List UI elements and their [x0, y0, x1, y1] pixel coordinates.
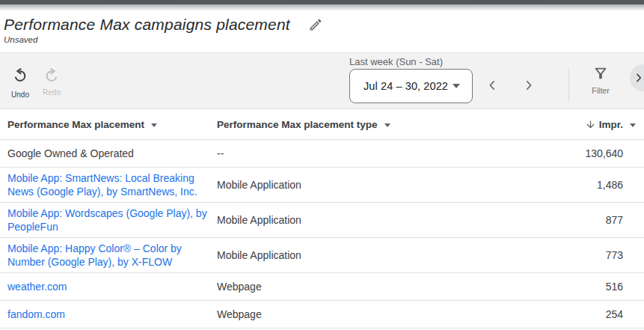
impressions-cell: 130,640: [464, 140, 644, 167]
date-range-selector[interactable]: Jul 24 – 30, 2022: [349, 69, 473, 103]
collapse-panel-button[interactable]: [630, 64, 644, 91]
table-row: Mobile App: Happy Color® – Color by Numb…: [0, 238, 644, 273]
collapse-panel-chevron-icon: [633, 72, 644, 84]
placement-cell: Google Owned & Operated: [0, 140, 217, 167]
table-row: Google Owned & Operated -- 130,640: [0, 140, 644, 168]
placement-type-cell: Webpage: [217, 301, 464, 328]
table-row: Mobile App: Wordscapes (Google Play), by…: [0, 203, 644, 238]
column-menu-caret-icon: [151, 123, 157, 127]
toolbar-divider: [568, 68, 569, 102]
redo-button: Redo: [37, 67, 66, 97]
chevron-left-icon: [485, 79, 499, 94]
previous-date-range-button[interactable]: [477, 71, 507, 101]
placement-cell[interactable]: Mobile App: SmartNews: Local Breaking Ne…: [0, 168, 217, 202]
date-range-value: Jul 24 – 30, 2022: [364, 80, 448, 92]
undo-label: Undo: [11, 91, 29, 99]
page-title: Performance Max campaigns placement: [4, 16, 290, 34]
placement-cell[interactable]: Mobile App: Wordscapes (Google Play), by…: [0, 203, 217, 237]
edit-pencil-icon[interactable]: [308, 17, 323, 32]
placement-type-cell: --: [217, 140, 464, 167]
placement-cell[interactable]: weather.com: [0, 273, 217, 300]
column-header-impressions[interactable]: Impr.: [464, 109, 644, 139]
placement-cell[interactable]: fandom.com: [0, 301, 217, 328]
table-body: Google Owned & Operated -- 130,640 Mobil…: [0, 140, 644, 329]
table-row: weather.com Webpage 516: [0, 273, 644, 301]
column-header-placement-type[interactable]: Performance Max placement type: [217, 109, 464, 139]
placement-type-cell: Mobile Application: [217, 203, 464, 237]
impressions-cell: 1,486: [464, 168, 644, 202]
next-date-range-button[interactable]: [514, 71, 544, 101]
dropdown-caret-icon: [453, 84, 460, 88]
redo-label: Redo: [43, 88, 61, 97]
column-header-placement[interactable]: Performance Max placement: [0, 109, 217, 139]
table-header-row: Performance Max placement Performance Ma…: [0, 109, 644, 140]
sort-descending-arrow-icon: [585, 119, 596, 130]
placement-cell[interactable]: Mobile App: Happy Color® – Color by Numb…: [0, 238, 217, 272]
column-menu-caret-icon: [384, 123, 390, 127]
report-editor-screen: Performance Max campaigns placement Unsa…: [0, 0, 644, 330]
table-row: Mobile App: SmartNews: Local Breaking Ne…: [0, 168, 644, 203]
placement-type-cell: Mobile Application: [217, 238, 464, 272]
redo-icon: [43, 67, 61, 85]
placement-type-cell: Mobile Application: [217, 168, 464, 202]
impressions-cell: 877: [464, 203, 644, 237]
undo-button[interactable]: Undo: [6, 67, 34, 99]
placements-table: Performance Max placement Performance Ma…: [0, 109, 644, 329]
save-status-label: Unsaved: [4, 35, 644, 44]
chevron-right-icon: [522, 79, 536, 94]
filter-label: Filter: [592, 86, 609, 95]
column-header-label: Impr.: [599, 119, 623, 130]
undo-icon: [11, 67, 29, 87]
impressions-cell: 516: [464, 273, 644, 300]
table-row: fandom.com Webpage 254: [0, 301, 644, 329]
report-header: Performance Max campaigns placement Unsa…: [0, 4, 644, 52]
column-header-label: Performance Max placement: [7, 119, 144, 130]
filter-button[interactable]: Filter: [584, 65, 617, 95]
filter-funnel-icon: [592, 65, 609, 84]
column-header-label: Performance Max placement type: [217, 119, 378, 130]
impressions-cell: 773: [464, 238, 644, 272]
placement-type-cell: Webpage: [217, 273, 464, 300]
column-menu-caret-icon: [630, 123, 636, 127]
toolbar: Undo Redo Last week (Sun - Sat) Jul 24 –…: [0, 52, 644, 109]
impressions-cell: 254: [464, 301, 644, 328]
date-range-preset-label: Last week (Sun - Sat): [349, 56, 443, 67]
